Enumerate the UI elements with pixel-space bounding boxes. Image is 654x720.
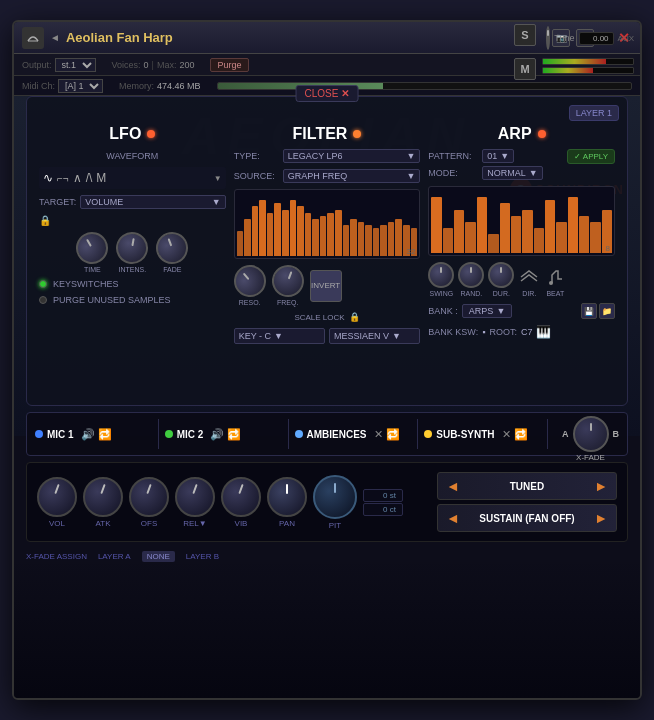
arp-bar[interactable] [556,222,566,253]
s-button[interactable]: S [514,24,536,46]
dir-icon[interactable] [518,266,540,288]
xfade-layer-b[interactable]: LAYER B [181,551,224,562]
mode-value[interactable]: NORMAL ▼ [482,166,542,180]
subsynth-icons: ✕ 🔁 [502,428,528,441]
lock-icon[interactable]: 🔒 [39,215,51,226]
apply-button[interactable]: ✓ APPLY [567,149,615,164]
wave-sine[interactable]: ∿ [43,171,53,185]
nav-left-arrow[interactable]: ◄ [50,32,60,43]
arp-bar[interactable] [443,228,453,253]
rand-knob[interactable] [458,262,484,288]
subsynth-loop-icon[interactable]: 🔁 [514,428,528,441]
preset1-arrow-right[interactable]: ► [594,478,608,494]
arp-bar[interactable] [500,203,510,253]
preset1-arrow-left[interactable]: ◄ [446,478,460,494]
output-select[interactable]: st.1 [55,58,96,72]
eq-bar [335,210,342,257]
keyswitches-led[interactable] [39,280,47,288]
xfade-knob[interactable] [573,416,609,452]
lfo-active-dot[interactable] [147,130,155,138]
mic2-dot [165,430,173,438]
eq-bar [274,203,281,256]
eq-bar [244,219,251,256]
filter-column: FILTER TYPE: LEGACY LP6 ▼ SOURCE: GRAPH … [234,125,421,397]
mic2-loop-icon[interactable]: 🔁 [227,428,241,441]
tune-knob[interactable] [546,26,550,50]
waveform-dropdown-icon[interactable]: ▼ [214,174,222,183]
preset2-arrow-left[interactable]: ◄ [446,510,460,526]
scale-select[interactable]: MESSIAEN V ▼ [329,328,420,344]
scale-lock-icon[interactable]: 🔒 [349,312,360,322]
fade-knob[interactable] [152,227,193,268]
intens-knob[interactable] [114,229,151,266]
xfade-layer-a[interactable]: LAYER A [93,551,136,562]
layer-badge: LAYER 1 [569,105,619,121]
ambiences-x-icon[interactable]: ✕ [374,428,383,441]
bank-ksw-label: BANK KSW: [428,327,478,337]
eq-bar [282,210,289,257]
beat-icon[interactable] [544,266,566,288]
vol-knob[interactable] [37,477,77,517]
source-select[interactable]: GRAPH FREQ ▼ [283,169,421,183]
purge-led[interactable] [39,296,47,304]
mic1-dot [35,430,43,438]
eq-bar [395,219,402,256]
arp-bar[interactable] [477,197,487,253]
freq-knob[interactable] [267,260,308,301]
arp-bar[interactable] [579,216,589,253]
swing-knob[interactable] [428,262,454,288]
arp-bar[interactable] [511,216,521,253]
wave-ramp[interactable]: /\ [86,171,93,185]
arp-bar[interactable] [454,210,464,253]
intens-label: INTENS. [119,266,147,273]
meter-bar-1 [542,58,634,65]
arp-bar[interactable] [590,222,600,253]
purge-button[interactable]: Purge [210,58,248,72]
arp-bar[interactable] [568,197,578,253]
reso-knob[interactable] [227,258,272,303]
close-button[interactable]: CLOSE ✕ [296,85,359,102]
wave-square[interactable]: ⌐¬ [57,173,69,184]
wave-m[interactable]: M [96,171,106,185]
pit-knob[interactable] [313,475,357,519]
arp-bar[interactable] [545,200,555,253]
preset2-arrow-right[interactable]: ► [594,510,608,526]
ofs-knob[interactable] [129,477,169,517]
time-knob[interactable] [70,226,114,270]
pattern-value[interactable]: 01 ▼ [482,149,514,163]
filter-active-dot[interactable] [353,130,361,138]
key-select[interactable]: KEY - C ▼ [234,328,325,344]
arp-bar[interactable] [465,222,475,253]
mic1-loop-icon[interactable]: 🔁 [98,428,112,441]
type-select[interactable]: LEGACY LP6 ▼ [283,149,421,163]
output-item: Output: st.1 [22,58,96,72]
wave-triangle[interactable]: ∧ [73,171,82,185]
invert-button[interactable]: INVERT [310,270,342,302]
ambiences-loop-icon[interactable]: 🔁 [386,428,400,441]
bank-save-icon[interactable]: 💾 [581,303,597,319]
xfade-none[interactable]: NONE [142,551,175,562]
midi-select[interactable]: [A] 1 [58,79,103,93]
rel-knob[interactable] [175,477,215,517]
pan-knob[interactable] [267,477,307,517]
dur-knob[interactable] [488,262,514,288]
target-select[interactable]: VOLUME ▼ [80,195,225,209]
preset-2-button[interactable]: ◄ SUSTAIN (FAN OFF) ► [437,504,617,532]
bank-select[interactable]: ARPS ▼ [462,304,512,318]
arp-bar[interactable] [534,228,544,253]
m-button[interactable]: M [514,58,536,80]
mic1-speaker-icon[interactable]: 🔊 [81,428,95,441]
arp-bar[interactable] [431,197,441,253]
mic2-speaker-icon[interactable]: 🔊 [210,428,224,441]
arp-bar[interactable] [488,234,498,253]
bank-folder-icon[interactable]: 📁 [599,303,615,319]
preset-1-button[interactable]: ◄ TUNED ► [437,472,617,500]
mic-separator-3 [417,419,418,449]
atk-knob[interactable] [83,477,123,517]
eq-display[interactable]: 32 [234,189,421,259]
subsynth-x-icon[interactable]: ✕ [502,428,511,441]
arp-active-dot[interactable] [538,130,546,138]
arp-display[interactable]: 8 [428,186,615,256]
arp-bar[interactable] [522,210,532,253]
vib-knob[interactable] [221,477,261,517]
